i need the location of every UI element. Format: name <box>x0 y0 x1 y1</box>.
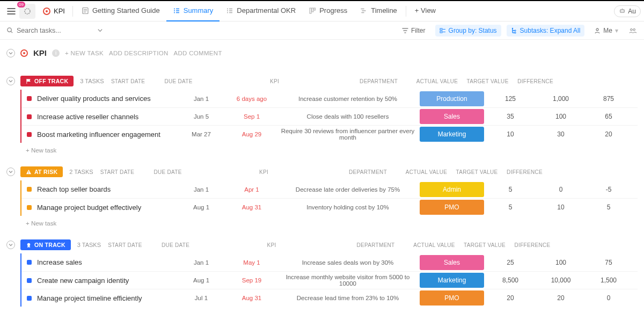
target-value[interactable]: 1,000 <box>537 95 585 103</box>
target-value[interactable]: 20 <box>537 294 585 302</box>
difference-value[interactable]: 0 <box>587 294 630 302</box>
actual-value[interactable]: 5 <box>486 203 535 211</box>
search-input[interactable] <box>17 27 81 34</box>
group-collapse-icon[interactable] <box>6 241 15 249</box>
list-title[interactable]: KPI <box>38 7 70 15</box>
new-task-button[interactable]: + New task <box>6 216 638 227</box>
task-name[interactable]: Increase sales <box>37 258 82 266</box>
table-row[interactable]: Manage project budget effectively Aug 1 … <box>21 198 638 216</box>
groupby-button[interactable]: Group by: Status <box>435 25 501 37</box>
actual-value[interactable]: 125 <box>486 95 535 103</box>
status-square-icon[interactable] <box>27 296 32 301</box>
task-name[interactable]: Boost marketing influencer engagement <box>37 130 160 139</box>
menu-icon[interactable] <box>3 6 19 16</box>
table-row[interactable]: Boost marketing influencer engagement Ma… <box>21 125 638 143</box>
new-task-button[interactable]: + New task <box>6 143 638 154</box>
kpi-text[interactable]: Decrease lead time from 23% to 10% <box>278 295 418 301</box>
status-square-icon[interactable] <box>27 278 32 283</box>
kpi-text[interactable]: Increase monthly website visitor from 50… <box>278 274 418 287</box>
department-pill[interactable]: Marketing <box>420 127 484 142</box>
start-date[interactable]: Aug 1 <box>177 277 225 283</box>
info-icon[interactable]: i <box>52 49 60 57</box>
target-value[interactable]: 10,000 <box>537 277 585 284</box>
tab-progress[interactable]: Progress <box>302 1 354 21</box>
due-date[interactable]: Aug 29 <box>228 131 276 137</box>
difference-value[interactable]: -5 <box>587 186 630 193</box>
due-date[interactable]: Sep 19 <box>228 277 276 283</box>
notifications-button[interactable]: 09 <box>19 4 35 19</box>
task-name[interactable]: Manage project budget effectively <box>37 203 141 212</box>
due-date[interactable]: Apr 1 <box>228 186 276 193</box>
actual-value[interactable]: 8,500 <box>486 277 535 284</box>
target-value[interactable]: 30 <box>537 130 585 138</box>
status-square-icon[interactable] <box>27 96 32 101</box>
status-square-icon[interactable] <box>27 205 32 210</box>
add-description-button[interactable]: ADD DESCRIPTION <box>109 50 169 56</box>
status-square-icon[interactable] <box>27 187 32 192</box>
due-date[interactable]: Sep 1 <box>228 113 276 120</box>
due-date[interactable]: May 1 <box>228 259 276 266</box>
status-pill[interactable]: AT RISK <box>20 166 63 177</box>
kpi-text[interactable]: Decrease late order deliveries by 75% <box>278 186 418 193</box>
target-value[interactable]: 10 <box>537 203 585 211</box>
chevron-down-icon[interactable] <box>97 27 103 33</box>
target-value[interactable]: 100 <box>537 259 585 266</box>
tab-summary[interactable]: Summary <box>166 1 220 21</box>
target-value[interactable]: 0 <box>537 186 585 193</box>
start-date[interactable]: Jul 1 <box>177 295 225 301</box>
me-button[interactable]: Me ▾ <box>590 25 623 37</box>
assignee-button[interactable] <box>628 25 638 36</box>
filter-button[interactable]: Filter <box>398 25 430 37</box>
group-collapse-icon[interactable] <box>6 168 15 176</box>
kpi-text[interactable]: Close deals with 100 resellers <box>278 113 418 120</box>
subtasks-button[interactable]: Subtasks: Expand All <box>507 25 585 37</box>
actual-value[interactable]: 25 <box>486 259 535 266</box>
task-name[interactable]: Reach top seller boards <box>37 185 111 193</box>
task-name[interactable]: Create new campaign identity <box>37 277 129 285</box>
new-task-button[interactable]: + NEW TASK <box>65 50 104 56</box>
tab-departmental[interactable]: Departmental OKR <box>219 1 302 21</box>
difference-value[interactable]: 75 <box>587 259 630 266</box>
difference-value[interactable]: 65 <box>587 113 630 120</box>
add-view-button[interactable]: + View <box>408 1 442 21</box>
start-date[interactable]: Jan 1 <box>177 259 225 266</box>
due-date[interactable]: 6 days ago <box>228 96 276 102</box>
actual-value[interactable]: 35 <box>486 113 535 120</box>
collapse-all-icon[interactable] <box>6 49 15 57</box>
start-date[interactable]: Aug 1 <box>177 204 225 210</box>
due-date[interactable]: Aug 31 <box>228 295 276 301</box>
group-collapse-icon[interactable] <box>6 77 15 85</box>
difference-value[interactable]: 875 <box>587 95 630 103</box>
kpi-text[interactable]: Increase customer retention by 50% <box>278 96 418 102</box>
department-pill[interactable]: Production <box>420 91 484 106</box>
status-square-icon[interactable] <box>27 114 32 119</box>
kpi-text[interactable]: Inventory holding cost by 10% <box>278 204 418 210</box>
start-date[interactable]: Jan 1 <box>177 96 225 102</box>
difference-value[interactable]: 5 <box>587 203 630 211</box>
search-input-wrap[interactable] <box>6 27 103 34</box>
tab-timeline[interactable]: Timeline <box>354 1 404 21</box>
table-row[interactable]: Reach top seller boards Jan 1 Apr 1 Decr… <box>21 180 638 198</box>
department-pill[interactable]: Admin <box>420 182 484 197</box>
difference-value[interactable]: 1,500 <box>587 277 630 284</box>
actual-value[interactable]: 10 <box>486 130 535 138</box>
task-name[interactable]: Deliver quality products and services <box>37 94 151 103</box>
status-pill[interactable]: ON TRACK <box>20 239 71 250</box>
department-pill[interactable]: Marketing <box>420 273 484 288</box>
department-pill[interactable]: PMO <box>420 290 484 306</box>
status-pill[interactable]: OFF TRACK <box>20 76 74 86</box>
table-row[interactable]: Deliver quality products and services Ja… <box>21 90 638 107</box>
add-comment-button[interactable]: ADD COMMENT <box>174 50 222 56</box>
actual-value[interactable]: 20 <box>486 294 535 302</box>
difference-value[interactable]: 20 <box>587 130 630 138</box>
kpi-text[interactable]: Increase sales deals won by 30% <box>278 259 418 266</box>
start-date[interactable]: Jun 5 <box>177 113 225 120</box>
due-date[interactable]: Aug 31 <box>228 204 276 210</box>
start-date[interactable]: Jan 1 <box>177 186 225 193</box>
department-pill[interactable]: PMO <box>420 200 484 215</box>
table-row[interactable]: Manage project timeline efficiently Jul … <box>21 289 638 307</box>
task-name[interactable]: Manage project timeline efficiently <box>37 294 142 302</box>
actual-value[interactable]: 5 <box>486 186 535 193</box>
start-date[interactable]: Mar 27 <box>177 131 225 137</box>
kpi-text[interactable]: Require 30 reviews from influencer partn… <box>278 128 418 141</box>
